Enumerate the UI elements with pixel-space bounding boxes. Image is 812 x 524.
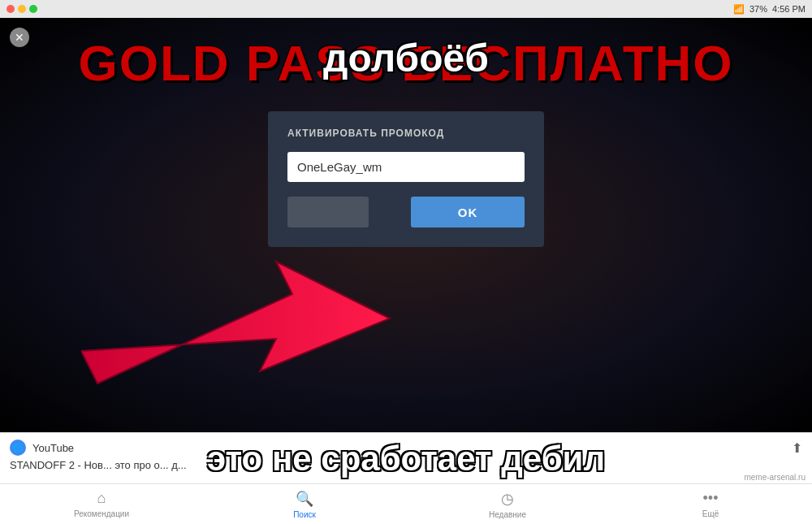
dialog-buttons: OK: [287, 197, 525, 227]
video-area: ✕ GOLD PASS БЕСПЛАТНО долбоёб АКТИВИРОВА…: [0, 18, 812, 432]
dialog-box: АКТИВИРОВАТЬ ПРОМОКОД OK: [268, 111, 544, 247]
recent-icon: ◷: [501, 490, 514, 508]
traffic-lights: [6, 5, 37, 13]
youtube-label: YouTube: [32, 442, 74, 454]
status-right: 📶 37% 4:56 PM: [733, 4, 806, 15]
youtube-info-row: 🌐 YouTube ⬆: [0, 433, 812, 459]
status-left: [6, 5, 37, 13]
search-icon: 🔍: [296, 490, 313, 508]
svg-marker-0: [81, 262, 390, 383]
traffic-light-red[interactable]: [6, 5, 15, 13]
nav-bar: ⌂ Рекомендации 🔍 Поиск ◷ Недавние ••• Ещ…: [0, 483, 812, 524]
watermark: meme-arsenal.ru: [744, 473, 806, 482]
wifi-icon: 📶: [733, 4, 745, 15]
nav-label-recent: Недавние: [489, 510, 526, 519]
nav-label-more: Ещё: [702, 509, 719, 518]
main-content: ✕ GOLD PASS БЕСПЛАТНО долбоёб АКТИВИРОВА…: [0, 18, 812, 524]
nav-item-more[interactable]: ••• Ещё: [609, 490, 812, 518]
nav-item-recent[interactable]: ◷ Недавние: [406, 490, 609, 519]
ok-button[interactable]: OK: [411, 197, 525, 227]
nav-item-search[interactable]: 🔍 Поиск: [203, 490, 406, 519]
nav-label-recommendations: Рекомендации: [74, 509, 129, 518]
video-title: STANDOFF 2 - Нов... это про о... д...: [0, 459, 812, 478]
status-bar: 📶 37% 4:56 PM: [0, 0, 812, 18]
red-arrow-icon: [81, 245, 406, 408]
promo-code-input[interactable]: [287, 152, 525, 182]
nav-label-search: Поиск: [293, 510, 316, 519]
battery-level: 37%: [749, 4, 767, 14]
nav-item-recommendations[interactable]: ⌂ Рекомендации: [0, 490, 203, 518]
dialog-title: АКТИВИРОВАТЬ ПРОМОКОД: [287, 128, 525, 139]
youtube-globe-icon: 🌐: [10, 440, 26, 456]
share-icon[interactable]: ⬆: [792, 440, 802, 456]
arrow-container: [81, 245, 406, 408]
traffic-light-yellow[interactable]: [18, 5, 26, 13]
meme-text-top: долбоёб: [0, 36, 812, 80]
clock: 4:56 PM: [772, 4, 806, 14]
cancel-button[interactable]: [287, 197, 369, 227]
traffic-light-green[interactable]: [29, 5, 37, 13]
close-button[interactable]: ✕: [10, 28, 29, 47]
more-icon: •••: [703, 490, 719, 507]
bottom-bar: 🌐 YouTube ⬆ STANDOFF 2 - Нов... это про …: [0, 432, 812, 524]
close-icon: ✕: [15, 31, 24, 44]
home-icon: ⌂: [97, 490, 106, 507]
